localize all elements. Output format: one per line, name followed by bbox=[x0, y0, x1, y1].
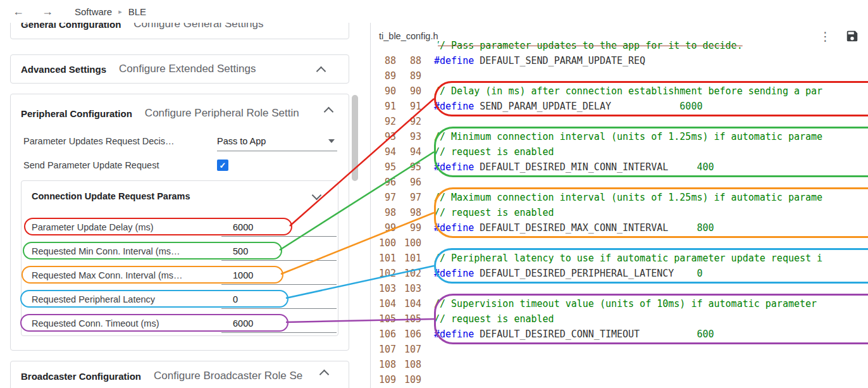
code-text: #define DEFAULT_DESIRED_PERIPHERAL_LATEN… bbox=[434, 268, 702, 279]
param-label: Parameter Update Delay (ms) bbox=[32, 222, 221, 232]
param-label: Requested Peripheral Latency bbox=[32, 294, 221, 304]
line-number-new: 108 bbox=[396, 359, 421, 370]
param-update-decision-value: Pass to App bbox=[217, 136, 266, 146]
param-label: Requested Conn. Timeout (ms) bbox=[32, 318, 221, 329]
code-token: #define bbox=[434, 329, 474, 340]
code-token: SEND_PARAM_UPDATE_DELAY bbox=[474, 101, 679, 112]
code-text: // Minimum connection interval (units of… bbox=[434, 131, 822, 142]
code-text: // Maximum connection interval (units of… bbox=[434, 192, 822, 203]
send-param-update-label: Send Parameter Update Request bbox=[23, 160, 217, 170]
code-token: 800 bbox=[697, 222, 714, 234]
param-input[interactable]: 0 bbox=[221, 291, 337, 309]
code-lines: // Pass parameter updates to the app for… bbox=[371, 38, 868, 387]
more-options-icon[interactable]: ⋮ bbox=[819, 30, 831, 42]
code-line: 104104// Supervision timeout value (unit… bbox=[371, 296, 868, 311]
advanced-settings-card: Advanced Settings Configure Extended Set… bbox=[10, 54, 349, 84]
code-editor: // Pass parameter updates to the app for… bbox=[370, 23, 868, 388]
code-text: // Peripheral latency to use if automati… bbox=[434, 253, 822, 264]
code-line: 9393// Minimum connection interval (unit… bbox=[371, 129, 868, 144]
broadcaster-configuration-subtitle: Configure Broadcaster Role Se bbox=[154, 370, 302, 382]
param-label: Requested Max Conn. Interval (ms… bbox=[32, 270, 221, 280]
line-number-new: 107 bbox=[396, 344, 421, 355]
param-update-decision-select[interactable]: Pass to App bbox=[217, 131, 337, 151]
left-panel-scrollbar-thumb[interactable] bbox=[352, 95, 358, 181]
code-token: DEFAULT_SEND_PARAM_UPDATE_REQ bbox=[474, 55, 645, 66]
broadcaster-configuration-header[interactable]: Broadcaster Configuration Configure Broa… bbox=[11, 361, 349, 388]
chevron-up-icon[interactable] bbox=[316, 66, 326, 77]
code-token: #define bbox=[434, 268, 474, 279]
code-token: #define bbox=[434, 101, 474, 112]
code-line: 9191#define SEND_PARAM_UPDATE_DELAY 6000 bbox=[371, 99, 868, 114]
line-number-new: 95 bbox=[396, 161, 421, 173]
line-number-old: 109 bbox=[371, 374, 396, 385]
code-token: 6000 bbox=[679, 101, 702, 112]
send-param-update-checkbox[interactable]: ✓ bbox=[217, 160, 228, 171]
advanced-settings-title: Advanced Settings bbox=[21, 64, 106, 75]
param-row: Requested Peripheral Latency0 bbox=[22, 287, 338, 311]
chevron-up-icon[interactable] bbox=[319, 370, 330, 380]
code-token: #define bbox=[434, 161, 474, 173]
code-token: #define bbox=[434, 222, 474, 234]
code-line: 8989 bbox=[371, 68, 868, 84]
line-number-new: 104 bbox=[396, 298, 421, 310]
code-text: // request is enabled bbox=[434, 313, 554, 325]
code-token: // Supervision timeout value (units of 1… bbox=[434, 298, 817, 310]
advanced-settings-subtitle: Configure Extended Settings bbox=[119, 63, 256, 75]
dropdown-arrow-icon bbox=[328, 139, 335, 143]
line-number-old: 88 bbox=[371, 55, 396, 66]
code-line: 8888#define DEFAULT_SEND_PARAM_UPDATE_RE… bbox=[371, 53, 868, 68]
peripheral-configuration-header[interactable]: Peripheral Configuration Configure Perip… bbox=[11, 104, 349, 122]
code-line: 9696 bbox=[371, 175, 868, 190]
line-number-new: 93 bbox=[396, 131, 421, 142]
code-line: 101101// Peripheral latency to use if au… bbox=[371, 251, 868, 266]
code-line: 100100 bbox=[371, 235, 868, 251]
code-token: DEFAULT_DESIRED_MIN_CONN_INTERVAL bbox=[474, 161, 697, 173]
line-number-new: 105 bbox=[396, 313, 421, 325]
code-token: 0 bbox=[697, 268, 702, 279]
advanced-settings-header[interactable]: Advanced Settings Configure Extended Set… bbox=[11, 55, 349, 83]
line-number-old: 108 bbox=[371, 359, 396, 370]
line-number-old: 102 bbox=[371, 268, 396, 279]
code-token: // request is enabled bbox=[434, 313, 554, 325]
forward-arrow-icon[interactable]: → bbox=[42, 6, 53, 17]
param-row: Requested Min Conn. Interval (ms…500 bbox=[22, 239, 338, 263]
topbar: ← → Software ▸ BLE bbox=[0, 0, 868, 23]
line-number-old: 93 bbox=[371, 131, 396, 142]
line-number-new: 101 bbox=[396, 253, 421, 264]
line-number-old: 103 bbox=[371, 283, 396, 294]
breadcrumb-ble[interactable]: BLE bbox=[128, 6, 146, 17]
code-token: DEFAULT_DESIRED_PERIPHERAL_LATENCY bbox=[474, 268, 697, 279]
code-line: 102102#define DEFAULT_DESIRED_PERIPHERAL… bbox=[371, 266, 868, 281]
code-line: 9898// request is enabled bbox=[371, 205, 868, 220]
breadcrumb-software[interactable]: Software bbox=[75, 6, 112, 17]
param-update-decision-field: Parameter Updates Request Decis… Pass to… bbox=[23, 131, 337, 151]
code-line: 9999#define DEFAULT_DESIRED_MAX_CONN_INT… bbox=[371, 220, 868, 235]
code-line: 9595#define DEFAULT_DESIRED_MIN_CONN_INT… bbox=[371, 160, 868, 175]
param-input[interactable]: 1000 bbox=[221, 266, 337, 285]
code-token: DEFAULT_DESIRED_CONN_TIMEOUT bbox=[474, 329, 697, 340]
editor-actions: ⋮ bbox=[819, 29, 859, 43]
code-token: #define bbox=[434, 55, 474, 66]
back-arrow-icon[interactable]: ← bbox=[13, 6, 24, 17]
code-token: // Maximum connection interval (units of… bbox=[434, 192, 822, 203]
code-line: 103103 bbox=[371, 281, 868, 296]
param-input[interactable]: 6000 bbox=[221, 315, 337, 333]
clipped-card-title: General Configuration bbox=[21, 23, 121, 30]
line-number-old: 105 bbox=[371, 313, 396, 325]
connection-update-params-group: Connection Update Request Params Paramet… bbox=[21, 180, 338, 336]
code-text: #define DEFAULT_DESIRED_MAX_CONN_INTERVA… bbox=[434, 222, 714, 234]
save-icon[interactable] bbox=[845, 29, 859, 43]
code-token: // Pass parameter updates to the app for… bbox=[434, 40, 743, 51]
line-number-old: 97 bbox=[371, 192, 396, 203]
code-line: 105105// request is enabled bbox=[371, 311, 868, 327]
param-input[interactable]: 6000 bbox=[221, 218, 337, 237]
code-line: 9494// request is enabled bbox=[371, 144, 868, 160]
line-number-new: 96 bbox=[396, 177, 421, 188]
line-number-old: 104 bbox=[371, 298, 396, 310]
code-token: // request is enabled bbox=[434, 207, 554, 218]
breadcrumb-separator-icon: ▸ bbox=[118, 8, 122, 16]
code-text: // Delay (in ms) after connection establ… bbox=[434, 85, 822, 97]
param-input[interactable]: 500 bbox=[221, 242, 337, 261]
line-number-new: 99 bbox=[396, 222, 421, 234]
line-number-old: 106 bbox=[371, 329, 396, 340]
